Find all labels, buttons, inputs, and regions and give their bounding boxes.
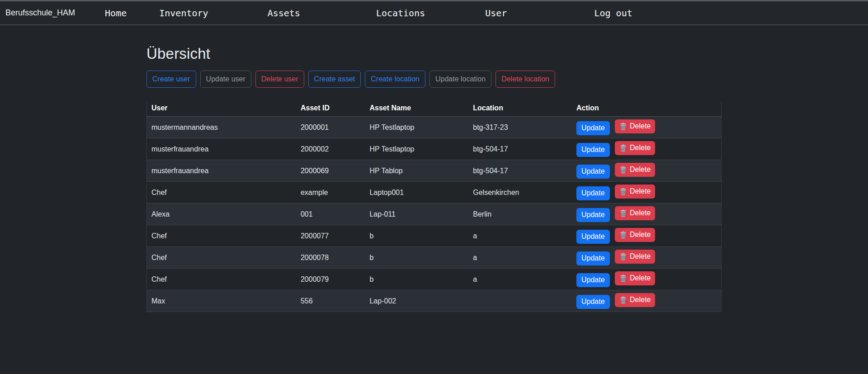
header-action: Action (572, 102, 722, 117)
row-update-button[interactable]: Update (576, 273, 610, 287)
brand-link[interactable]: Berufsschule_HAM (5, 8, 75, 18)
cell-user: mustermannandreas (147, 117, 296, 138)
create-location-button[interactable]: Create location (365, 71, 425, 88)
nav-item-user[interactable]: User (485, 8, 507, 19)
cell-asset-name: b (365, 247, 468, 269)
cell-asset-id: 2000077 (296, 225, 365, 247)
row-delete-label: Delete (630, 230, 651, 240)
delete-user-button[interactable]: Delete user (255, 71, 304, 88)
cell-asset-id: 2000069 (296, 160, 365, 182)
row-update-button[interactable]: Update (576, 230, 610, 244)
cell-action: Update Delete (572, 117, 722, 138)
cell-asset-id: example (296, 182, 365, 204)
table-row: Alexa 001 Lap-011 Berlin Update Delete (147, 204, 722, 225)
cell-location: btg-504-17 (468, 138, 572, 160)
update-user-button[interactable]: Update user (200, 71, 251, 88)
row-delete-label: Delete (630, 187, 651, 196)
row-delete-button[interactable]: Delete (615, 163, 655, 177)
cell-asset-id: 001 (296, 204, 365, 225)
cell-user: Alexa (147, 204, 296, 225)
row-delete-button[interactable]: Delete (615, 185, 655, 199)
row-delete-button[interactable]: Delete (615, 119, 655, 133)
cell-asset-name: b (365, 225, 468, 247)
row-delete-button[interactable]: Delete (615, 271, 655, 285)
cell-asset-name: HP Testlaptop (365, 138, 468, 160)
wastebasket-icon (619, 231, 627, 239)
header-user: User (147, 102, 296, 117)
cell-user: Chef (147, 269, 296, 290)
row-delete-label: Delete (630, 122, 651, 131)
cell-location: btg-317-23 (468, 117, 572, 138)
row-update-button[interactable]: Update (576, 143, 610, 157)
row-update-button[interactable]: Update (576, 165, 610, 179)
cell-asset-id: 556 (296, 290, 365, 312)
wastebasket-icon (619, 123, 627, 130)
cell-user: Chef (147, 182, 296, 204)
create-asset-button[interactable]: Create asset (308, 71, 361, 88)
cell-user: Max (147, 290, 296, 312)
wastebasket-icon (619, 296, 627, 304)
cell-location: Berlin (468, 204, 572, 225)
row-delete-label: Delete (630, 208, 651, 218)
table-row: Chef example Laptop001 Gelsenkirchen Upd… (147, 182, 722, 204)
toolbar: Create user Update user Delete user Crea… (146, 71, 722, 88)
cell-action: Update Delete (572, 269, 722, 290)
cell-location: a (468, 225, 572, 247)
cell-user: Chef (147, 225, 296, 247)
cell-location: a (468, 247, 572, 269)
row-update-button[interactable]: Update (576, 295, 610, 309)
wastebasket-icon (619, 253, 627, 260)
cell-user: Chef (147, 247, 296, 269)
row-delete-label: Delete (630, 274, 651, 283)
cell-location: Gelsenkirchen (468, 182, 572, 204)
nav-item-inventory[interactable]: Inventory (159, 8, 208, 19)
cell-asset-name: b (365, 269, 468, 290)
row-delete-button[interactable]: Delete (615, 206, 655, 220)
cell-asset-id: 2000002 (296, 138, 365, 160)
delete-location-button[interactable]: Delete location (495, 71, 555, 88)
header-location: Location (468, 102, 572, 117)
nav-item-logout[interactable]: Log out (594, 8, 632, 19)
wastebasket-icon (619, 188, 627, 195)
cell-action: Update Delete (572, 204, 722, 225)
row-update-button[interactable]: Update (576, 251, 610, 265)
wastebasket-icon (619, 144, 627, 152)
cell-user: musterfrauandrea (147, 160, 296, 182)
table-row: Chef 2000077 b a Update Delete (147, 225, 722, 247)
create-user-button[interactable]: Create user (146, 71, 196, 88)
nav-item-assets[interactable]: Assets (268, 8, 300, 19)
cell-asset-id: 2000079 (296, 269, 365, 290)
cell-location: a (468, 269, 572, 290)
row-delete-label: Delete (630, 165, 651, 175)
navbar: Berufsschule_HAM Home Inventory Assets L… (0, 0, 868, 25)
row-update-button[interactable]: Update (576, 121, 610, 135)
cell-asset-name: HP Tablop (365, 160, 468, 182)
row-update-button[interactable]: Update (576, 186, 610, 200)
cell-asset-id: 2000001 (296, 117, 365, 138)
cell-action: Update Delete (572, 225, 722, 247)
update-location-button[interactable]: Update location (429, 71, 491, 88)
cell-user: musterfrauandrea (147, 138, 296, 160)
row-delete-label: Delete (630, 143, 651, 153)
cell-asset-id: 2000078 (296, 247, 365, 269)
nav-list: Home Inventory Assets Locations User Log… (75, 8, 632, 19)
cell-action: Update Delete (572, 182, 722, 204)
header-asset-id: Asset ID (296, 102, 365, 117)
cell-action: Update Delete (572, 138, 722, 160)
row-update-button[interactable]: Update (576, 208, 610, 222)
row-delete-button[interactable]: Delete (615, 228, 655, 242)
cell-asset-name: Lap-011 (365, 204, 468, 225)
main-content: Übersicht Create user Update user Delete… (146, 25, 722, 312)
assets-table: User Asset ID Asset Name Location Action… (146, 102, 722, 312)
row-delete-label: Delete (630, 295, 651, 305)
table-body: mustermannandreas 2000001 HP Testlaptop … (147, 117, 722, 312)
row-delete-button[interactable]: Delete (615, 141, 655, 155)
cell-location (468, 290, 572, 312)
table-row: Max 556 Lap-002 Update Delete (147, 290, 722, 312)
row-delete-button[interactable]: Delete (615, 250, 655, 264)
cell-action: Update Delete (572, 290, 722, 312)
row-delete-button[interactable]: Delete (615, 293, 655, 307)
cell-asset-name: HP Testlaptop (365, 117, 468, 138)
nav-item-locations[interactable]: Locations (376, 8, 425, 19)
nav-item-home[interactable]: Home (105, 8, 127, 19)
